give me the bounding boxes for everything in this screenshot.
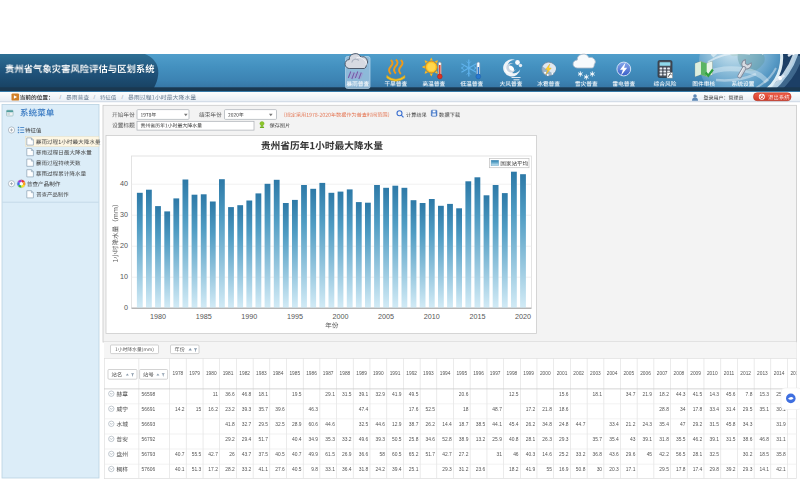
- svg-text:47: 47: [680, 422, 686, 427]
- svg-text:18: 18: [463, 407, 469, 412]
- svg-text:2002: 2002: [573, 371, 584, 376]
- svg-text:34: 34: [680, 407, 686, 412]
- svg-text:20: 20: [120, 241, 128, 250]
- svg-text:17.2: 17.2: [208, 467, 218, 472]
- svg-text:34.8: 34.8: [542, 422, 552, 427]
- svg-text:39.1: 39.1: [359, 392, 369, 397]
- svg-text:39.2: 39.2: [726, 467, 736, 472]
- svg-text:2015: 2015: [469, 312, 485, 321]
- svg-text:61.5: 61.5: [325, 452, 335, 457]
- svg-text:38.9: 38.9: [459, 437, 469, 442]
- svg-text:21.8: 21.8: [542, 407, 552, 412]
- svg-text:31.5: 31.5: [342, 392, 352, 397]
- svg-text:36.8: 36.8: [593, 452, 603, 457]
- svg-text:19.5: 19.5: [292, 392, 302, 397]
- svg-text:2004: 2004: [607, 371, 618, 376]
- svg-text:28.8: 28.8: [659, 407, 669, 412]
- svg-text:43: 43: [630, 437, 636, 442]
- svg-text:29.4: 29.4: [242, 437, 252, 442]
- svg-text:29.3: 29.3: [743, 467, 753, 472]
- svg-text:24.3: 24.3: [643, 422, 653, 427]
- svg-text:2003: 2003: [590, 371, 601, 376]
- svg-text:28.1: 28.1: [526, 437, 536, 442]
- svg-text:32.5: 32.5: [709, 452, 719, 457]
- svg-text:2010: 2010: [424, 312, 440, 321]
- svg-text:50.8: 50.8: [576, 467, 586, 472]
- svg-text:40.1: 40.1: [175, 467, 185, 472]
- svg-text:18.5: 18.5: [759, 452, 769, 457]
- svg-text:29.6: 29.6: [626, 452, 636, 457]
- svg-text:42.7: 42.7: [208, 452, 218, 457]
- svg-text:37.5: 37.5: [259, 452, 269, 457]
- svg-text:1984: 1984: [273, 371, 284, 376]
- svg-text:45: 45: [647, 452, 653, 457]
- svg-text:1986: 1986: [306, 371, 317, 376]
- svg-text:49.6: 49.6: [359, 437, 369, 442]
- svg-text:20.3: 20.3: [609, 467, 619, 472]
- svg-text:2013: 2013: [757, 371, 768, 376]
- svg-text:2009: 2009: [690, 371, 701, 376]
- svg-text:1997: 1997: [490, 371, 501, 376]
- svg-text:25.8: 25.8: [409, 437, 419, 442]
- svg-text:31: 31: [496, 452, 502, 457]
- svg-text:18.2: 18.2: [659, 392, 669, 397]
- svg-text:1980: 1980: [150, 312, 166, 321]
- svg-text:28.9: 28.9: [292, 422, 302, 427]
- svg-text:28.2: 28.2: [225, 467, 235, 472]
- svg-text:28.1: 28.1: [693, 452, 703, 457]
- svg-text:17.4: 17.4: [693, 467, 703, 472]
- svg-text:26.3: 26.3: [542, 437, 552, 442]
- svg-text:16.9: 16.9: [559, 467, 569, 472]
- svg-text:40.4: 40.4: [292, 437, 302, 442]
- svg-text:35.4: 35.4: [609, 437, 619, 442]
- svg-text:27.6: 27.6: [275, 467, 285, 472]
- svg-text:46.8: 46.8: [759, 437, 769, 442]
- svg-text:2020: 2020: [515, 312, 531, 321]
- svg-text:2000: 2000: [333, 312, 349, 321]
- svg-text:27.2: 27.2: [459, 452, 469, 457]
- svg-text:32.5: 32.5: [275, 422, 285, 427]
- svg-text:24.8: 24.8: [559, 422, 569, 427]
- svg-text:51.3: 51.3: [192, 467, 202, 472]
- svg-text:1998: 1998: [507, 371, 518, 376]
- svg-text:30: 30: [597, 467, 603, 472]
- svg-text:42.2: 42.2: [659, 452, 669, 457]
- svg-text:44.6: 44.6: [325, 422, 335, 427]
- svg-text:33.4: 33.4: [709, 407, 719, 412]
- svg-text:2007: 2007: [657, 371, 668, 376]
- svg-text:2000: 2000: [540, 371, 551, 376]
- svg-text:1990: 1990: [241, 312, 257, 321]
- svg-text:44.6: 44.6: [375, 422, 385, 427]
- svg-text:23.6: 23.6: [476, 467, 486, 472]
- svg-text:44.1: 44.1: [492, 422, 502, 427]
- svg-text:12.9: 12.9: [392, 422, 402, 427]
- svg-text:48.7: 48.7: [492, 407, 502, 412]
- svg-text:18.2: 18.2: [509, 467, 519, 472]
- svg-text:32.9: 32.9: [375, 392, 385, 397]
- svg-text:58: 58: [380, 452, 386, 457]
- svg-text:1999: 1999: [523, 371, 534, 376]
- svg-text:18.1: 18.1: [259, 392, 269, 397]
- svg-text:2012: 2012: [740, 371, 751, 376]
- svg-text:2001: 2001: [557, 371, 568, 376]
- svg-text:56691: 56691: [142, 407, 156, 412]
- svg-text:38.6: 38.6: [743, 437, 753, 442]
- svg-text:17.8: 17.8: [693, 407, 703, 412]
- svg-text:29.3: 29.3: [442, 467, 452, 472]
- svg-text:40.7: 40.7: [292, 452, 302, 457]
- svg-text:14.6: 14.6: [542, 452, 552, 457]
- svg-text:29.5: 29.5: [743, 407, 753, 412]
- svg-text:39.1: 39.1: [709, 437, 719, 442]
- svg-text:36.6: 36.6: [359, 452, 369, 457]
- svg-text:31.8: 31.8: [359, 467, 369, 472]
- svg-text:13.2: 13.2: [476, 437, 486, 442]
- svg-text:10: 10: [120, 272, 128, 281]
- svg-text:18.6: 18.6: [559, 407, 569, 412]
- svg-text:49.9: 49.9: [309, 452, 319, 457]
- svg-text:1981: 1981: [223, 371, 234, 376]
- svg-text:33.2: 33.2: [342, 437, 352, 442]
- svg-text:2006: 2006: [640, 371, 651, 376]
- svg-text:65.2: 65.2: [409, 452, 419, 457]
- svg-text:14.3: 14.3: [709, 392, 719, 397]
- svg-text:7.8: 7.8: [746, 392, 753, 397]
